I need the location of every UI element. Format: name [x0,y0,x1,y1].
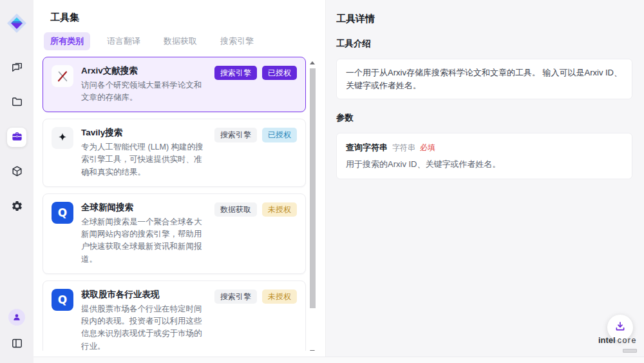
tool-list: Arxiv文献搜索 访问各个研究领域大量科学论文和文章的存储库。 搜索引擎 已授… [33,56,325,351]
tool-body: Tavily搜索 专为人工智能代理 (LLM) 构建的搜索引擎工具，可快速提供实… [81,127,208,179]
core-wordmark: core [618,337,637,345]
arxiv-icon [52,65,73,87]
param-card: 查询字符串 字符串 必填 用于搜索的Arxiv ID、关键字或作者姓名。 [336,133,632,179]
scrollbar-up-arrow[interactable] [310,61,315,64]
tool-details-panel: 工具详情 工具介绍 一个用于从Arxiv存储库搜索科学论文和文章的工具。 输入可… [325,0,644,357]
sidebar-item-package[interactable] [7,162,26,182]
details-title: 工具详情 [336,13,632,25]
tool-name: Tavily搜索 [81,127,208,139]
tool-card-1[interactable]: Tavily搜索 专为人工智能代理 (LLM) 构建的搜索引擎工具，可快速提供实… [43,119,306,187]
tool-body: 获取股市各行业表现 提供股票市场各个行业在特定时间段内的表现。投资者可以利用这些… [81,289,208,351]
tool-description: 全球新闻搜索是一个聚合全球各大新闻网站内容的搜索引擎，帮助用户快速获取全球最新资… [81,216,208,266]
intro-card: 一个用于从Arxiv存储库搜索科学论文和文章的工具。 输入可以是Arxiv ID… [336,59,632,99]
tool-tags: 数据获取 未授权 [214,202,297,217]
status-tag: 已授权 [262,66,297,80]
intel-wordmark: intel [598,336,616,344]
sidebar-item-settings[interactable] [7,197,26,217]
chat-icon [11,61,23,75]
category-tag: 搜索引擎 [214,66,257,80]
user-icon [8,309,25,326]
category-tabs: 所有类别语言翻译数据获取搜索引擎 [33,33,325,50]
bottom-strip [33,357,644,363]
toolset-panel: 工具集 所有类别语言翻译数据获取搜索引擎 Arxiv文献搜索 访问各个研究领域大… [33,0,325,357]
tool-tags: 搜索引擎 未授权 [214,289,297,304]
package-icon [11,165,23,180]
category-tag: 搜索引擎 [214,128,257,142]
panel-toggle-button[interactable] [7,335,26,354]
intro-heading: 工具介绍 [336,38,632,50]
tool-description: 专为人工智能代理 (LLM) 构建的搜索引擎工具，可快速提供实时、准确和真实的结… [81,141,208,179]
tool-tags: 搜索引擎 已授权 [214,66,297,80]
app-logo-icon [6,13,27,34]
category-tag: 搜索引擎 [214,289,257,304]
q-logo-icon: Q [52,289,73,311]
param-required-badge: 必填 [420,142,435,153]
download-icon [614,320,626,335]
sidebar-bottom [0,308,33,354]
status-tag: 未授权 [262,202,297,217]
tool-name: Arxiv文献搜索 [81,65,208,77]
status-tag: 未授权 [262,289,297,304]
sidebar-nav [7,58,26,217]
params-heading: 参数 [336,112,632,124]
sidebar-item-toolbox[interactable] [7,128,26,147]
briefcase-icon [11,130,23,145]
tab-category-2[interactable]: 数据获取 [157,32,204,50]
panel-icon [11,337,23,352]
tool-name: 获取股市各行业表现 [81,289,208,300]
tool-name: 全球新闻搜索 [81,202,208,213]
param-name: 查询字符串 [346,142,388,153]
tool-tags: 搜索引擎 已授权 [214,128,297,142]
param-desc: 用于搜索的Arxiv ID、关键字或作者姓名。 [346,159,623,170]
q-logo-icon: Q [52,202,73,224]
app-window: 工具集 所有类别语言翻译数据获取搜索引擎 Arxiv文献搜索 访问各个研究领域大… [0,0,644,363]
status-tag: 已授权 [262,128,297,142]
toolset-title: 工具集 [33,12,325,24]
gear-icon [11,200,23,215]
sidebar-item-chat[interactable] [7,58,26,77]
folder-icon [11,95,23,110]
tool-description: 提供股票市场各个行业在特定时间段内的表现。投资者可以利用这些信息来识别表现优于或… [81,303,208,351]
tab-category-3[interactable]: 搜索引擎 [214,32,260,50]
sidebar [0,0,33,363]
user-avatar[interactable] [7,308,26,327]
sidebar-item-folder[interactable] [7,93,26,112]
intel-badge [623,349,637,353]
param-head: 查询字符串 字符串 必填 [346,142,623,153]
param-type: 字符串 [392,142,415,153]
intro-text: 一个用于从Arxiv存储库搜索科学论文和文章的工具。 输入可以是Arxiv ID… [346,68,622,90]
scrollbar[interactable] [310,64,316,349]
tool-card-3[interactable]: Q 获取股市各行业表现 提供股票市场各个行业在特定时间段内的表现。投资者可以利用… [43,280,306,351]
tool-body: Arxiv文献搜索 访问各个研究领域大量科学论文和文章的存储库。 [81,65,208,104]
scrollbar-thumb[interactable] [310,68,316,308]
tab-category-0[interactable]: 所有类别 [44,32,90,50]
tool-card-0[interactable]: Arxiv文献搜索 访问各个研究领域大量科学论文和文章的存储库。 搜索引擎 已授… [43,57,306,112]
tool-body: 全球新闻搜索 全球新闻搜索是一个聚合全球各大新闻网站内容的搜索引擎，帮助用户快速… [81,202,208,266]
intel-core-logo: intel core [598,336,637,355]
category-tag: 数据获取 [214,202,257,217]
tool-card-2[interactable]: Q 全球新闻搜索 全球新闻搜索是一个聚合全球各大新闻网站内容的搜索引擎，帮助用户… [43,193,306,274]
tab-category-1[interactable]: 语言翻译 [100,32,147,50]
scrollbar-down-arrow[interactable] [310,350,315,351]
star-icon [52,127,73,149]
tool-description: 访问各个研究领域大量科学论文和文章的存储库。 [81,79,208,104]
